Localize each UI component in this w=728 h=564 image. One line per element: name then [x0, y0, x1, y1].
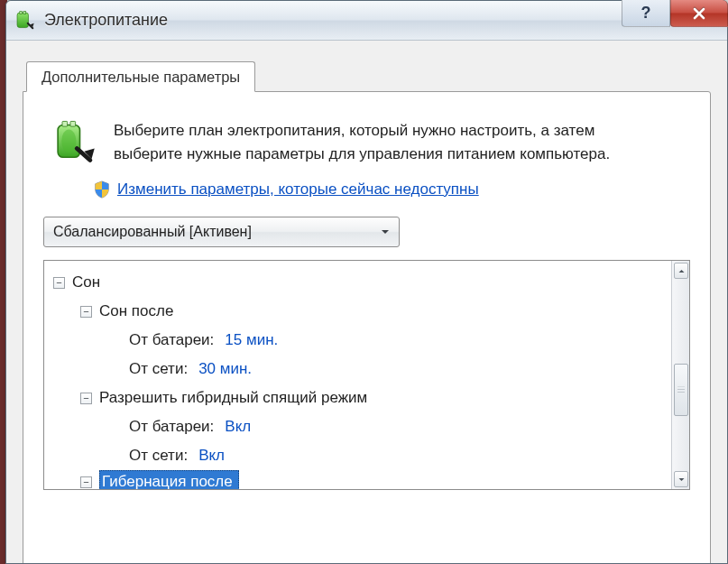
tree-value-row[interactable]: От батареи: 15 мин. [51, 326, 668, 355]
node-label: Гибернация после [102, 467, 233, 489]
tab-label: Дополнительные параметры [41, 69, 240, 85]
tab-strip: Дополнительные параметры [23, 60, 711, 91]
tree-node-hybrid-sleep[interactable]: − Разрешить гибридный спящий режим [51, 384, 668, 412]
help-button[interactable]: ? [622, 0, 670, 27]
vertical-scrollbar[interactable] [671, 261, 689, 489]
value-link[interactable]: 30 мин. [198, 355, 252, 384]
selected-node[interactable]: Гибернация после [99, 470, 239, 489]
close-icon [691, 5, 707, 22]
tree-content[interactable]: − Сон − Сон после От батареи: 15 мин. От… [44, 261, 671, 489]
collapse-icon[interactable]: − [80, 393, 92, 404]
admin-link-row: Изменить параметры, которые сейчас недос… [94, 180, 690, 199]
collapse-icon[interactable]: − [53, 277, 65, 289]
node-label: Сон [72, 268, 100, 297]
value-link[interactable]: Вкл [225, 412, 251, 441]
power-options-icon [15, 11, 35, 31]
svg-rect-5 [70, 121, 76, 126]
scroll-up-button[interactable] [674, 263, 688, 279]
tree-node-hibernate-after[interactable]: − Гибернация после [51, 470, 668, 489]
client-area: Дополнительные параметры [6, 41, 727, 563]
node-label: Сон после [99, 297, 173, 326]
value-link[interactable]: Вкл [198, 441, 225, 470]
close-button[interactable] [670, 0, 728, 27]
collapse-icon[interactable]: − [80, 306, 92, 318]
uac-shield-icon [94, 180, 110, 199]
chevron-down-icon [377, 224, 393, 240]
change-unavailable-settings-link[interactable]: Изменить параметры, которые сейчас недос… [117, 180, 479, 199]
settings-tree: − Сон − Сон после От батареи: 15 мин. От… [43, 260, 690, 490]
power-plan-combobox[interactable]: Сбалансированный [Активен] [43, 217, 400, 247]
scroll-down-button[interactable] [674, 471, 688, 487]
value-link[interactable]: 15 мин. [225, 326, 278, 355]
combobox-value: Сбалансированный [Активен] [53, 224, 252, 240]
value-label: От сети: [129, 355, 188, 384]
tab-panel: Выберите план электропитания, который ну… [23, 91, 711, 563]
tab-additional-settings[interactable]: Дополнительные параметры [26, 61, 255, 92]
collapse-icon[interactable]: − [80, 476, 92, 488]
help-icon: ? [641, 4, 651, 23]
svg-rect-1 [20, 11, 23, 14]
chevron-down-icon [677, 476, 686, 484]
title-bar[interactable]: Электропитание ? [6, 1, 727, 41]
tree-node-sleep-after[interactable]: − Сон после [51, 297, 668, 326]
tree-value-row[interactable]: От сети: 30 мин. [51, 355, 668, 384]
tree-node-sleep[interactable]: − Сон [51, 268, 668, 297]
scroll-thumb[interactable] [674, 364, 688, 416]
dialog-window: Электропитание ? Дополнительные параметр… [5, 0, 728, 564]
value-label: От батареи: [129, 326, 214, 355]
window-title: Электропитание [44, 11, 168, 30]
svg-point-6 [61, 129, 76, 153]
svg-rect-4 [62, 121, 68, 126]
chevron-up-icon [677, 267, 686, 275]
intro-text: Выберите план электропитания, который ну… [114, 119, 619, 166]
tree-value-row[interactable]: От сети: Вкл [51, 441, 668, 470]
power-plan-icon [51, 119, 97, 166]
tree-value-row[interactable]: От батареи: Вкл [51, 412, 668, 441]
svg-rect-0 [17, 13, 28, 28]
window-controls: ? [622, 0, 728, 27]
value-label: От батареи: [129, 412, 214, 441]
node-label: Разрешить гибридный спящий режим [99, 384, 367, 412]
value-label: От сети: [129, 441, 188, 470]
svg-rect-2 [23, 11, 26, 14]
intro-block: Выберите план электропитания, который ну… [43, 119, 690, 166]
